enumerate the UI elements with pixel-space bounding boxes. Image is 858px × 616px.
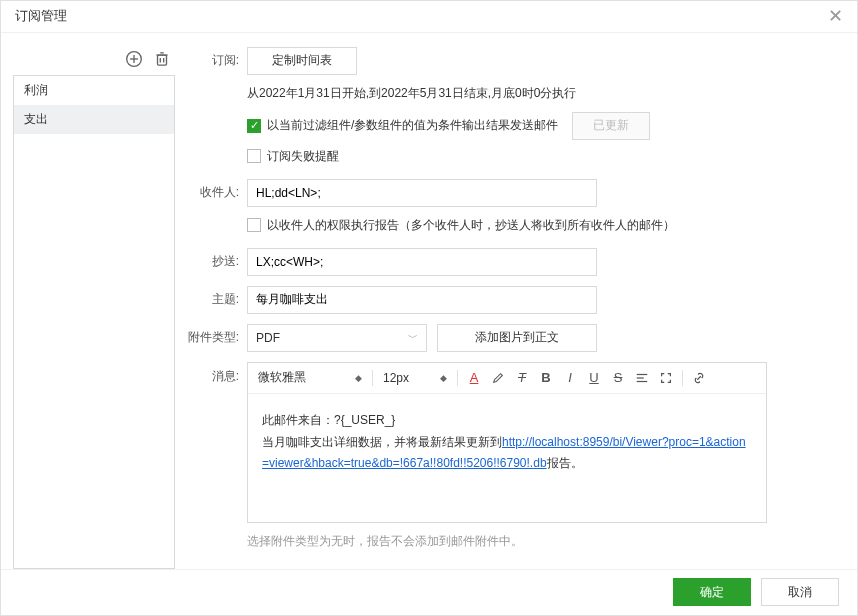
svg-rect-3 — [158, 55, 167, 65]
caret-icon: ◆ — [440, 373, 447, 383]
ok-button[interactable]: 确定 — [673, 578, 751, 606]
font-size-select[interactable]: 12px ◆ — [379, 367, 451, 389]
link-icon[interactable] — [689, 367, 709, 389]
italic-icon[interactable]: I — [560, 367, 580, 389]
highlight-icon[interactable] — [488, 367, 508, 389]
subscribe-label: 订阅: — [187, 52, 239, 69]
font-color-icon[interactable]: A — [464, 367, 484, 389]
font-family-select[interactable]: 微软雅黑 ◆ — [254, 367, 366, 389]
delete-icon[interactable] — [153, 50, 171, 68]
cancel-button[interactable]: 取消 — [761, 578, 839, 606]
updated-button[interactable]: 已更新 — [572, 112, 650, 140]
subject-label: 主题: — [187, 291, 239, 308]
recipient-label: 收件人: — [187, 184, 239, 201]
message-editor: 微软雅黑 ◆ 12px ◆ A T — [247, 362, 767, 523]
subject-input[interactable] — [247, 286, 597, 314]
permission-checkbox[interactable] — [247, 218, 261, 232]
attachment-type-label: 附件类型: — [187, 329, 239, 346]
permission-label: 以收件人的权限执行报告（多个收件人时，抄送人将收到所有收件人的邮件） — [267, 217, 675, 234]
editor-line: 当月咖啡支出详细数据，并将最新结果更新到http://localhost:895… — [262, 432, 752, 475]
dialog-title: 订阅管理 — [15, 7, 828, 25]
cc-input[interactable] — [247, 248, 597, 276]
attachment-type-value: PDF — [256, 331, 280, 345]
add-icon[interactable] — [125, 50, 143, 68]
editor-line: 此邮件来自：?{_USER_} — [262, 410, 752, 432]
strikethrough-icon[interactable]: S — [608, 367, 628, 389]
cc-label: 抄送: — [187, 253, 239, 270]
fail-alert-label: 订阅失败提醒 — [267, 148, 339, 165]
list-item[interactable]: 利润 — [14, 76, 174, 105]
filter-condition-label: 以当前过滤组件/参数组件的值为条件输出结果发送邮件 — [267, 117, 558, 134]
list-item[interactable]: 支出 — [14, 105, 174, 134]
schedule-button[interactable]: 定制时间表 — [247, 47, 357, 75]
message-label: 消息: — [187, 362, 239, 385]
fail-alert-checkbox[interactable] — [247, 149, 261, 163]
align-icon[interactable] — [632, 367, 652, 389]
fullscreen-icon[interactable] — [656, 367, 676, 389]
clear-format-icon[interactable]: T — [512, 367, 532, 389]
close-icon[interactable]: ✕ — [828, 7, 843, 25]
add-image-button[interactable]: 添加图片到正文 — [437, 324, 597, 352]
chevron-down-icon: ﹀ — [408, 331, 418, 345]
recipient-input[interactable] — [247, 179, 597, 207]
underline-icon[interactable]: U — [584, 367, 604, 389]
schedule-description: 从2022年1月31日开始,到2022年5月31日结束,月底0时0分执行 — [247, 85, 839, 102]
attachment-type-select[interactable]: PDF ﹀ — [247, 324, 427, 352]
subscription-list: 利润 支出 — [13, 75, 175, 569]
caret-icon: ◆ — [355, 373, 362, 383]
attachment-note: 选择附件类型为无时，报告不会添加到邮件附件中。 — [247, 533, 839, 550]
filter-condition-checkbox[interactable]: ✓ — [247, 119, 261, 133]
editor-content[interactable]: 此邮件来自：?{_USER_} 当月咖啡支出详细数据，并将最新结果更新到http… — [248, 394, 766, 522]
bold-icon[interactable]: B — [536, 367, 556, 389]
